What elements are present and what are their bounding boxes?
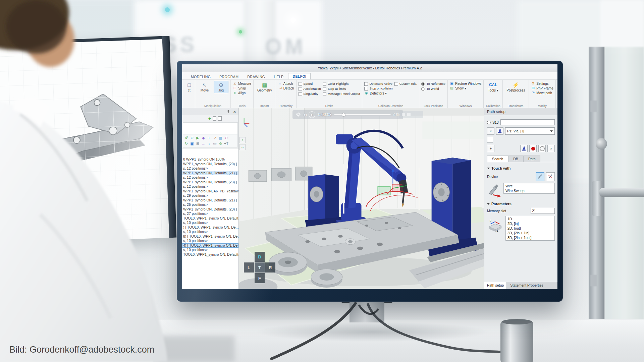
tree-toolbar-icon[interactable]: ↔ xyxy=(201,141,206,146)
tree-item[interactable]: ) [ TOOL0, WPP1_syncro ON, De... xyxy=(182,225,238,230)
expand-vertical-icon[interactable]: ↕ xyxy=(239,137,246,143)
tree-item[interactable]: WPP1_syncro ON, Defaults, (21) ] xyxy=(182,171,238,176)
tree-item[interactable]: WPP1_syncro ON, Defaults, (21) ] xyxy=(182,198,238,203)
point-name-input[interactable] xyxy=(500,119,555,125)
filter-box[interactable] xyxy=(183,122,238,134)
list-item[interactable]: Wire xyxy=(504,184,554,188)
tree-item[interactable]: WPP1_syncro ON, Defaults, (23) ] xyxy=(182,180,238,185)
limit-checkbox[interactable]: Singularity xyxy=(299,92,321,96)
lock-radio[interactable]: To World xyxy=(421,86,445,91)
tree-toolbar-icon[interactable]: ▦ xyxy=(218,135,223,141)
collision-checkbox[interactable]: Detectors Active xyxy=(364,81,392,86)
via-point-dropdown[interactable]: P1: Via, [J] xyxy=(505,127,555,135)
stop-button[interactable] xyxy=(538,145,546,152)
tool-button[interactable]: ⊞ Snap xyxy=(233,86,251,90)
limit-checkbox[interactable]: Acceleration xyxy=(299,86,321,91)
tree-item[interactable]: s, 10 positions> xyxy=(182,239,238,243)
tree-item[interactable]: TOOL0, WPP1_syncro ON, Defaults... xyxy=(182,216,238,221)
jog-button[interactable]: ⊕ Jog xyxy=(214,81,228,93)
paste-icon[interactable] xyxy=(218,116,222,121)
gear-icon[interactable] xyxy=(296,112,301,117)
tree-toolbar-icon[interactable]: ⊕ xyxy=(189,135,195,141)
tree-item[interactable]: s, 27 positions> xyxy=(182,212,238,216)
list-icon[interactable] xyxy=(407,113,411,116)
tree-item[interactable]: 0 WPP1_syncro ON 100% xyxy=(182,157,238,162)
camera-icon[interactable] xyxy=(402,113,405,116)
geometry-button[interactable]: ▦ Geometry xyxy=(256,81,274,93)
navcube-back-face[interactable]: B xyxy=(255,252,265,262)
delete-button[interactable]: × xyxy=(547,145,555,152)
tree-item[interactable]: s, 29 positions> xyxy=(182,193,238,198)
list-item[interactable]: 1D xyxy=(506,217,554,221)
tree-toolbar-icon[interactable]: ⊞ xyxy=(195,141,201,146)
window-button[interactable]: ▣ Restore Windows xyxy=(450,81,481,85)
copy-icon[interactable] xyxy=(213,116,216,121)
tree-toolbar-icon[interactable]: ↗ xyxy=(212,135,218,141)
navcube-right-face[interactable]: R xyxy=(265,262,275,273)
detectors-dropdown[interactable]: ◉ Detectors ▾ xyxy=(364,91,392,95)
menu-tab[interactable]: HELP xyxy=(270,74,287,79)
limit-checkbox[interactable]: Stop at limits xyxy=(323,86,360,91)
menu-tab[interactable]: PROGRAM xyxy=(215,74,243,79)
wire-device-button[interactable] xyxy=(536,172,544,181)
tool-button[interactable]: ∠ Measure xyxy=(233,81,251,85)
teach-robot-button[interactable] xyxy=(520,145,528,152)
limit-checkbox[interactable]: Color Highlight xyxy=(323,81,360,86)
navigation-cube[interactable]: B L T R F xyxy=(244,251,276,284)
tree-item[interactable]: WPP1_syncro ON, A6_PB_Yaskaw... xyxy=(182,189,238,194)
window-button[interactable]: ▤ Show ▾ xyxy=(450,86,481,90)
tree-toolbar-icon[interactable]: ▣ xyxy=(189,141,195,146)
collision-checkbox[interactable]: Stop on collision xyxy=(364,86,392,91)
panel-tab[interactable]: Path xyxy=(523,156,541,162)
robot-jump-button[interactable] xyxy=(496,127,503,135)
tree-item[interactable]: s, 10 positions> xyxy=(182,248,238,252)
tree-toolbar-icon[interactable]: ↺ xyxy=(183,135,189,141)
navcube-top-face[interactable]: T xyxy=(255,262,265,273)
modify-button[interactable]: ⚙ Settings xyxy=(531,81,553,85)
list-item[interactable]: 3D, [2in + 1out] xyxy=(506,235,554,240)
modify-button[interactable]: ⊞ PnP Frame xyxy=(531,86,553,90)
bottom-tab[interactable]: Statement Properties xyxy=(507,282,557,289)
list-item[interactable]: 2D, [in] xyxy=(506,221,554,226)
menu-tab[interactable]: DELFOI xyxy=(288,73,311,79)
tree-item[interactable]: s, 12 positions> xyxy=(182,184,238,189)
tree-toolbar-icon[interactable]: ⊚ xyxy=(218,141,223,146)
tree-item[interactable]: s, 12 positions> xyxy=(182,175,238,180)
record-button[interactable] xyxy=(529,145,537,152)
limit-checkbox[interactable]: Speed xyxy=(299,81,321,86)
rewind-icon[interactable]: ◀◀ xyxy=(303,113,306,116)
list-item[interactable]: 3D, [2in + 1in] xyxy=(506,231,554,235)
modify-button[interactable]: ↷ Move path xyxy=(531,91,553,95)
tree-item[interactable]: TOOL0, WPP1_syncro ON, Defaults... xyxy=(182,252,238,257)
postprocess-button[interactable]: ⚡ Postprocess xyxy=(505,81,527,93)
navcube-left-face[interactable]: L xyxy=(244,262,254,273)
no-wire-device-button[interactable] xyxy=(546,172,555,181)
collapse-button[interactable]: « xyxy=(487,127,494,135)
touch-with-section[interactable]: Touch with xyxy=(487,166,555,170)
tool-button[interactable]: ≡ Align xyxy=(233,91,251,95)
add-point-button[interactable]: + xyxy=(487,145,494,152)
tree-toolbar-icon[interactable]: ▭ xyxy=(212,141,218,146)
tree-item[interactable]: WPP1_syncro ON, Defaults, (20) ] xyxy=(182,162,238,167)
tree-toolbar-icon[interactable]: +T xyxy=(223,141,229,146)
viewport-3d[interactable]: ◀◀ ▶ 0:00:08 0.59 ↕ ↔ xyxy=(239,108,484,289)
tree-item[interactable]: s, 10 positions> xyxy=(182,221,238,225)
tree-toolbar-icon[interactable]: ◆ xyxy=(201,135,206,141)
tree-item[interactable]: WPP1_syncro ON, Defaults, (23) ] xyxy=(182,207,238,212)
select-button-partial[interactable]: □ ct xyxy=(184,81,194,93)
tree-toolbar-icon[interactable]: ▶ xyxy=(195,135,201,141)
move-button[interactable]: ↖ Move xyxy=(197,81,212,93)
close-icon[interactable]: × xyxy=(233,110,236,114)
panel-tab[interactable]: DB xyxy=(508,156,523,162)
add-icon[interactable]: + xyxy=(208,116,211,121)
navcube-front-face[interactable]: F xyxy=(255,273,265,283)
point-radio[interactable] xyxy=(487,121,491,124)
list-item[interactable]: Wire Sweep xyxy=(504,188,554,193)
list-item[interactable]: 2D, [out] xyxy=(506,226,554,231)
tree-toolbar-icon[interactable]: ↕ xyxy=(206,141,212,146)
expand-horizontal-icon[interactable]: ↔ xyxy=(239,144,246,150)
hierarchy-button[interactable]: ↔ Attach xyxy=(278,81,294,85)
custom-tols-checkbox[interactable]: Custom tols. xyxy=(394,81,417,86)
tree-item[interactable]: s, 12 positions> xyxy=(182,166,238,171)
tree-toolbar-icon[interactable]: ↻ xyxy=(183,141,189,146)
